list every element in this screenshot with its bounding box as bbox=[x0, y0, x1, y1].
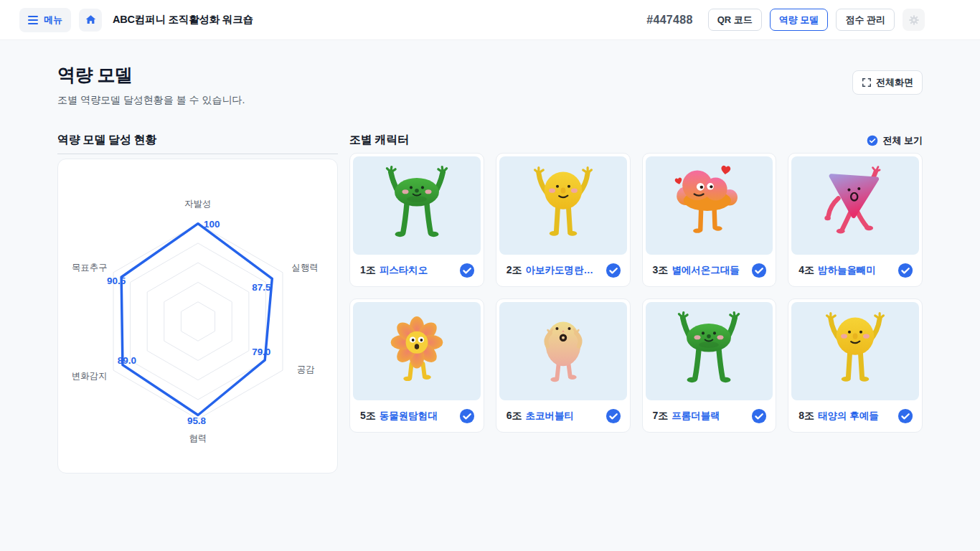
check-circle-icon bbox=[867, 135, 878, 146]
team-character-image bbox=[791, 156, 919, 255]
team-character-image bbox=[499, 302, 627, 400]
team-card-2[interactable]: 2조 아보카도명란계란밥 bbox=[496, 153, 631, 287]
score-manage-button[interactable]: 점수 관리 bbox=[836, 9, 895, 31]
team-card-footer: 8조 태양의 후예들 bbox=[791, 400, 919, 432]
team-character-image bbox=[353, 156, 481, 255]
team-number: 2조 bbox=[507, 264, 522, 277]
view-all-button[interactable]: 전체 보기 bbox=[867, 134, 923, 147]
radar-chart-card: 자발성실행력공감협력변화감지목표추구10087.579.095.889.090.… bbox=[57, 159, 338, 474]
team-character-image bbox=[646, 156, 773, 255]
teams-section: 조별 캐릭터 전체 보기 1조 피스타치오 2조 아보카도명란계란밥 bbox=[349, 133, 923, 433]
team-character-image bbox=[791, 302, 919, 400]
team-card-6[interactable]: 6조 초코버블티 bbox=[496, 298, 631, 433]
svg-text:목표추구: 목표추구 bbox=[72, 263, 108, 273]
svg-text:공감: 공감 bbox=[297, 364, 315, 375]
team-check-icon bbox=[606, 408, 621, 424]
svg-text:89.0: 89.0 bbox=[118, 355, 136, 366]
svg-text:실행력: 실행력 bbox=[292, 263, 319, 273]
team-name: 아보카도명란계란밥 bbox=[526, 264, 603, 277]
team-number: 1조 bbox=[360, 264, 376, 277]
team-card-footer: 1조 피스타치오 bbox=[353, 255, 481, 286]
svg-text:100: 100 bbox=[204, 219, 220, 230]
character-illustration bbox=[809, 306, 901, 397]
menu-button[interactable]: 메뉴 bbox=[19, 8, 71, 32]
home-button[interactable] bbox=[79, 9, 102, 32]
team-character-image bbox=[353, 302, 481, 400]
svg-text:87.5: 87.5 bbox=[252, 282, 271, 293]
team-check-icon bbox=[606, 263, 621, 278]
team-check-icon bbox=[751, 263, 767, 278]
character-illustration bbox=[663, 160, 755, 252]
team-number: 5조 bbox=[360, 410, 376, 423]
app-title: ABC컴퍼니 조직활성화 워크숍 bbox=[113, 13, 253, 27]
team-card-footer: 6조 초코버블티 bbox=[499, 400, 627, 432]
page-title: 역량 모델 bbox=[57, 63, 245, 87]
svg-text:협력: 협력 bbox=[189, 433, 207, 443]
character-illustration bbox=[371, 160, 463, 252]
page-subtitle: 조별 역량모델 달성현황을 볼 수 있습니다. bbox=[57, 94, 245, 107]
team-card-grid: 1조 피스타치오 2조 아보카도명란계란밥 3조 별에서온그대들 4조 밤하늘올… bbox=[349, 153, 923, 433]
team-number: 7조 bbox=[653, 410, 669, 423]
team-card-footer: 4조 밤하늘올빼미 bbox=[791, 255, 919, 286]
team-card-1[interactable]: 1조 피스타치오 bbox=[349, 153, 484, 287]
character-illustration bbox=[663, 306, 755, 397]
team-card-7[interactable]: 7조 프롬더블랙 bbox=[642, 298, 777, 433]
team-check-icon bbox=[751, 408, 767, 424]
chart-section: 역량 모델 달성 현황 자발성실행력공감협력변화감지목표추구10087.579.… bbox=[57, 133, 338, 474]
team-card-8[interactable]: 8조 태양의 후예들 bbox=[788, 298, 923, 433]
svg-text:변화감지: 변화감지 bbox=[72, 371, 108, 381]
hamburger-icon bbox=[28, 16, 38, 24]
gear-icon bbox=[908, 14, 920, 26]
team-name: 태양의 후예들 bbox=[818, 410, 895, 423]
team-number: 4조 bbox=[798, 264, 814, 277]
character-illustration bbox=[517, 160, 609, 252]
character-illustration bbox=[371, 306, 463, 397]
settings-button[interactable] bbox=[903, 9, 925, 31]
team-name: 프롬더블랙 bbox=[672, 410, 748, 423]
top-bar: 메뉴 ABC컴퍼니 조직활성화 워크숍 #447488 QR 코드 역량 모델 … bbox=[0, 0, 980, 40]
main-content: 역량 모델 조별 역량모델 달성현황을 볼 수 있습니다. 전체화면 역량 모델… bbox=[0, 63, 980, 474]
team-card-footer: 3조 별에서온그대들 bbox=[646, 255, 773, 286]
svg-text:자발성: 자발성 bbox=[184, 199, 211, 209]
competency-model-button[interactable]: 역량 모델 bbox=[770, 9, 829, 31]
team-name: 초코버블티 bbox=[526, 410, 603, 423]
svg-text:95.8: 95.8 bbox=[187, 415, 207, 426]
fullscreen-button[interactable]: 전체화면 bbox=[852, 70, 923, 95]
menu-label: 메뉴 bbox=[44, 14, 62, 27]
team-card-footer: 7조 프롬더블랙 bbox=[646, 400, 773, 432]
team-check-icon bbox=[459, 408, 475, 424]
radar-chart: 자발성실행력공감협력변화감지목표추구10087.579.095.889.090.… bbox=[58, 159, 337, 473]
team-name: 별에서온그대들 bbox=[672, 264, 748, 277]
team-name: 밤하늘올빼미 bbox=[818, 264, 895, 277]
team-name: 동물원탐험대 bbox=[380, 410, 456, 423]
team-card-5[interactable]: 5조 동물원탐험대 bbox=[349, 298, 484, 433]
team-card-footer: 5조 동물원탐험대 bbox=[353, 400, 481, 432]
view-all-label: 전체 보기 bbox=[882, 134, 923, 147]
character-illustration bbox=[809, 160, 901, 252]
team-number: 8조 bbox=[798, 410, 814, 423]
team-check-icon bbox=[459, 263, 475, 278]
svg-text:90.5: 90.5 bbox=[107, 276, 126, 286]
qr-code-button[interactable]: QR 코드 bbox=[708, 9, 762, 31]
team-number: 3조 bbox=[653, 264, 669, 277]
fullscreen-corners-icon bbox=[862, 77, 872, 88]
team-character-image bbox=[646, 302, 773, 400]
team-number: 6조 bbox=[507, 410, 522, 423]
team-card-3[interactable]: 3조 별에서온그대들 bbox=[642, 153, 777, 287]
team-card-footer: 2조 아보카도명란계란밥 bbox=[499, 255, 627, 286]
team-character-image bbox=[499, 156, 627, 255]
teams-section-title: 조별 캐릭터 bbox=[349, 133, 409, 148]
character-illustration bbox=[517, 306, 609, 397]
session-code: #447488 bbox=[646, 14, 692, 27]
team-check-icon bbox=[897, 408, 913, 424]
team-card-4[interactable]: 4조 밤하늘올빼미 bbox=[788, 153, 923, 287]
team-check-icon bbox=[897, 263, 913, 278]
chart-section-title: 역량 모델 달성 현황 bbox=[57, 133, 156, 148]
svg-text:79.0: 79.0 bbox=[252, 347, 270, 357]
home-icon bbox=[85, 14, 97, 26]
team-name: 피스타치오 bbox=[380, 264, 456, 277]
fullscreen-label: 전체화면 bbox=[876, 76, 913, 89]
